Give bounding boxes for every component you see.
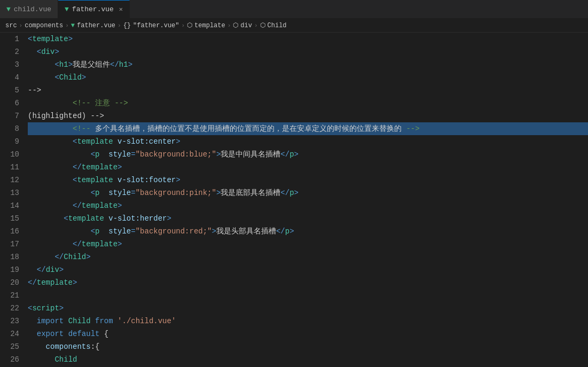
tag-16b: >: [86, 251, 90, 263]
indent-21: [28, 315, 37, 327]
comment-6-end: -->: [402, 122, 420, 135]
code-line-20: <script>: [28, 302, 588, 315]
tab-child-vue[interactable]: ▼ child.vue: [0, 0, 58, 18]
tag-h1: h1: [59, 58, 68, 71]
breadcrumb-child: Child: [268, 22, 287, 29]
line-num-1: 1: [9, 33, 19, 45]
kw-from: from: [95, 315, 113, 327]
tag-14d: >: [289, 225, 294, 238]
tag-9b: >: [117, 161, 122, 174]
sp-21b: [91, 315, 95, 327]
tab-child-label: child.vue: [14, 5, 51, 13]
directive-10: v-slot:footer: [117, 174, 176, 186]
sp-21a: [64, 315, 68, 327]
tag-3d: >: [128, 58, 132, 71]
empty-19: [28, 289, 32, 302]
tag-9a: </: [73, 161, 82, 174]
code-line-2: <div>: [28, 45, 588, 58]
indent-22: [28, 327, 37, 340]
vue-icon-child: ▼: [6, 5, 11, 13]
tag-close-2: >: [54, 45, 59, 58]
indent-7: [28, 135, 73, 148]
tag-11c: </: [280, 186, 289, 199]
code-line-6: <!-- 多个具名插槽，插槽的位置不是使用插槽的位置而定的，是在安卓定义的时候的…: [28, 122, 588, 135]
code-line-17: </div>: [28, 263, 588, 276]
line-num-9: 9: [9, 135, 19, 148]
style-val-11: "background:pink;": [136, 186, 216, 199]
eq-8: =: [131, 148, 135, 161]
line-num-3: 3: [9, 58, 19, 71]
comment-6-start: <!--: [73, 122, 95, 135]
tag-template-close: template: [37, 276, 73, 289]
close-icon[interactable]: ✕: [119, 5, 123, 13]
eq-14: =: [131, 225, 135, 238]
vue-icon-father: ▼: [65, 5, 69, 13]
tag-template-12: template: [82, 199, 117, 212]
comment-6-selected: 多个具名插槽，插槽的位置不是使用插槽的位置而定的，是在安卓定义的时候的位置来替换…: [95, 122, 402, 135]
tag-template-15: template: [82, 238, 117, 251]
breadcrumb-sep-4: ›: [182, 22, 185, 29]
breadcrumb-template-icon: ⬡: [187, 21, 192, 29]
text-3: 我是父组件: [73, 58, 110, 71]
breadcrumb-vue-icon: ▼: [71, 22, 75, 29]
tag-10b: >: [176, 174, 180, 186]
tag-open-2: <: [37, 45, 41, 58]
code-line-22: export default {: [28, 327, 588, 340]
tag-p-close-11: p: [289, 186, 294, 199]
tag-14c: </: [276, 225, 285, 238]
line-num-23: 23: [9, 315, 19, 327]
tag-18b: >: [73, 276, 77, 289]
indent-3: [28, 58, 54, 71]
tag-17a: </: [37, 263, 46, 276]
tag-15a: </: [73, 238, 82, 251]
tag-3c: </: [110, 58, 119, 71]
indent-13: [28, 212, 64, 225]
tag-child-close: Child: [64, 251, 86, 263]
line-num-26: 26: [9, 353, 19, 366]
line-num-4: 4: [9, 71, 19, 84]
code-line-13: <template v-slot:herder>: [28, 212, 588, 225]
sp-8: [99, 148, 108, 161]
line-num-10: 10: [9, 148, 19, 161]
tag-11b: >: [216, 186, 221, 199]
breadcrumb-sep-3: ›: [117, 22, 121, 29]
tag-close-1: >: [68, 33, 73, 45]
style-val-14: "background:red;": [136, 225, 212, 238]
code-line-19: [28, 289, 588, 302]
indent-23: [28, 340, 46, 353]
breadcrumb-template: template: [194, 22, 225, 29]
breadcrumb-sep-5: ›: [228, 22, 231, 29]
directive-13: v-slot:herder: [108, 212, 167, 225]
tag-open-1: <: [28, 33, 32, 45]
line-num-7: 7: [9, 110, 19, 122]
kw-import: import: [37, 315, 64, 327]
indent-4: [28, 71, 54, 84]
breadcrumb: src › components › ▼ father.vue › {} "fa…: [0, 19, 588, 33]
code-area[interactable]: <template> <div> <h1>我是父组件</h1> <Child> …: [26, 33, 588, 367]
comment-5: <!-- 注意 -->: [73, 97, 128, 110]
code-line-7: <template v-slot:center>: [28, 135, 588, 148]
indent-10: [28, 174, 73, 186]
directive-7: v-slot:center: [117, 135, 176, 148]
line-num-25: 25: [9, 340, 19, 353]
code-line-15: </template>: [28, 238, 588, 251]
code-line-1: <template>: [28, 33, 588, 45]
tab-father-vue[interactable]: ▼ father.vue ✕: [58, 0, 130, 18]
code-line-18: </template>: [28, 276, 588, 289]
indent-24: [28, 353, 54, 366]
indent-5: [28, 97, 73, 110]
tab-father-label: father.vue: [72, 5, 114, 13]
text-8: 我是中间具名插槽: [221, 148, 280, 161]
breadcrumb-father: father.vue: [77, 22, 115, 29]
tag-10a: <: [73, 174, 77, 186]
line-num-12: 12: [9, 174, 19, 186]
line-num-22: 22: [9, 302, 19, 315]
tag-14b: >: [212, 225, 216, 238]
code-line-11: <p style="background:pink;">我是底部具名插槽</p>: [28, 186, 588, 199]
breadcrumb-sep-6: ›: [254, 22, 258, 29]
tag-12a: </: [73, 199, 82, 212]
tag-div-2: div: [41, 45, 54, 58]
kw-export: export: [37, 327, 64, 340]
eq-11: =: [131, 186, 135, 199]
code-line-21: import Child from './child.vue': [28, 315, 588, 327]
